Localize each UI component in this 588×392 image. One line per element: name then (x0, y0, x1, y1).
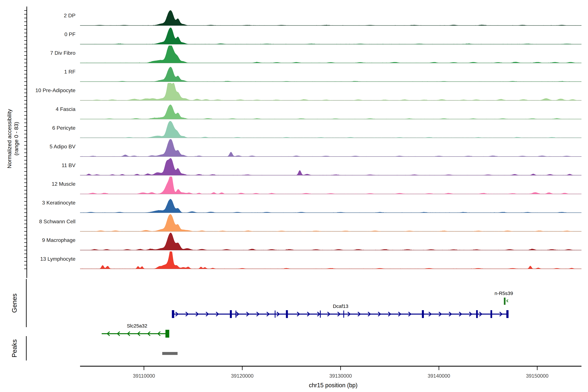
track-profile-5-adipo-bv (80, 139, 582, 156)
genome-browser-canvas: 2 DP0 PF7 Div Fibro1 RF10 Pre-Adipocyte4… (0, 0, 588, 392)
track-profile-9-macrophage (80, 233, 582, 250)
peaks-section-label: Peaks (11, 339, 18, 357)
track-profile-10-pre-adipocyte (80, 83, 582, 100)
track-label-7-div-fibro: 7 Div Fibro (50, 50, 76, 56)
gene-dcaf13-exon (422, 310, 424, 318)
genome-browser-figure: 2 DP0 PF7 Div Fibro1 RF10 Pre-Adipocyte4… (0, 0, 588, 392)
track-label-3-keratinocyte: 3 Keratinocyte (42, 200, 76, 206)
track-label-6-pericyte: 6 Pericyte (52, 125, 76, 131)
gene-dcaf13-exon (506, 310, 508, 318)
x-axis-tick-label: 39120000 (231, 373, 254, 379)
x-axis-title: chr15 position (bp) (309, 382, 358, 389)
gene-slc25a32-exon (166, 330, 169, 338)
track-label-13-lymphocyte: 13 Lymphocyte (40, 256, 76, 262)
track-label-11-bv: 11 BV (62, 162, 76, 168)
gene-dcaf13-name-label: Dcaf13 (333, 304, 348, 309)
gene-dcaf13-exon-thin (320, 310, 321, 318)
track-label-1-rf: 1 RF (64, 69, 76, 75)
track-profile-1-rf (80, 67, 582, 82)
x-axis-tick-label: 39110000 (133, 373, 155, 379)
gene-dcaf13-exon (172, 310, 174, 318)
track-profile-3-keratinocyte (80, 199, 582, 213)
gene-n-r5s39-name-label: n-R5s39 (494, 290, 513, 296)
gene-dcaf13-exon (476, 310, 478, 318)
gene-n-r5s39-body (504, 298, 506, 305)
track-profile-0-pf (80, 28, 582, 44)
track-profile-6-pericyte (80, 121, 582, 138)
x-axis-tick-label: 39150000 (526, 373, 548, 379)
track-label-5-adipo-bv: 5 Adipo BV (50, 144, 76, 150)
track-profile-12-muscle (80, 176, 582, 194)
gene-dcaf13-exon-thin (275, 310, 276, 318)
gene-dcaf13-exon-thin (343, 310, 344, 318)
track-profile-7-div-fibro (80, 46, 582, 63)
track-label-0-pf: 0 PF (64, 31, 76, 37)
track-label-9-macrophage: 9 Macrophage (42, 237, 76, 243)
track-profile-4-fascia (80, 104, 582, 119)
track-profile-8-schwann-cell (80, 214, 582, 232)
track-label-8-schwann-cell: 8 Schwann Cell (39, 218, 76, 224)
gene-dcaf13-exon (230, 310, 232, 318)
track-profile-13-lymphocyte (80, 252, 582, 269)
gene-slc25a32-name-label: Slc25a32 (127, 323, 147, 328)
genes-section-label: Genes (11, 294, 18, 313)
gene-dcaf13-exon (286, 310, 288, 318)
gene-n-r5s39-strand-arrow (507, 300, 508, 302)
gene-dcaf13-exon (490, 310, 492, 318)
peak-region-bar (162, 352, 178, 355)
x-axis-tick-label: 39140000 (428, 373, 450, 379)
track-label-4-fascia: 4 Fascia (56, 106, 76, 112)
track-label-12-muscle: 12 Muscle (52, 181, 76, 187)
track-profile-11-bv (80, 158, 582, 175)
track-label-2-dp: 2 DP (64, 12, 76, 18)
track-profile-2-dp (80, 10, 582, 26)
y-axis-title-line2: (range 0 - 83) (13, 122, 20, 156)
track-label-10-pre-adipocyte: 10 Pre-Adipocyte (36, 88, 76, 93)
x-axis-tick-label: 39130000 (329, 373, 352, 379)
y-axis-title-line1: Normalized accessibility (6, 109, 12, 168)
gene-dcaf13-exon-thin (236, 310, 236, 318)
